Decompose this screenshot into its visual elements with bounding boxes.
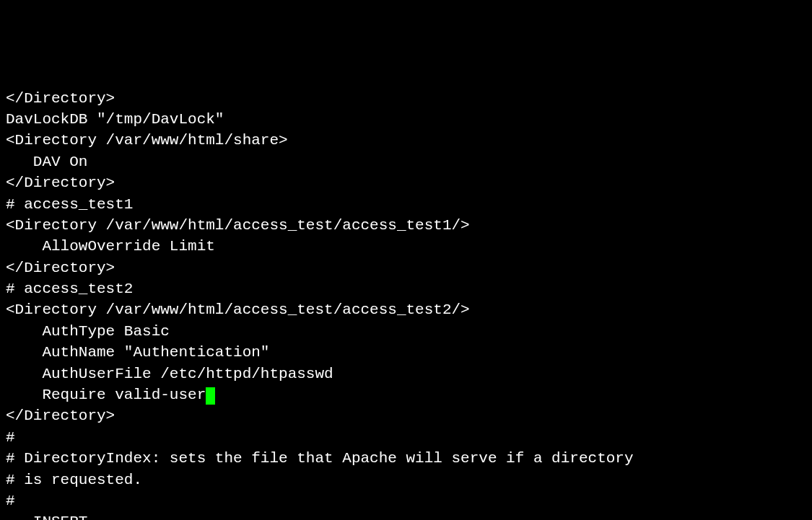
config-line: AuthName "Authentication" bbox=[6, 342, 806, 363]
config-line: </Directory> bbox=[6, 88, 806, 109]
config-line: DavLockDB "/tmp/DavLock" bbox=[6, 109, 806, 130]
config-line-cursor: Require valid-user bbox=[6, 384, 806, 405]
config-line: # bbox=[6, 427, 806, 448]
config-line: </Directory> bbox=[6, 257, 806, 278]
config-line: # DirectoryIndex: sets the file that Apa… bbox=[6, 448, 806, 469]
vim-status-line: -- INSERT -- bbox=[6, 511, 806, 520]
config-line: </Directory> bbox=[6, 172, 806, 193]
config-line: DAV On bbox=[6, 151, 806, 172]
config-line: # bbox=[6, 490, 806, 511]
config-line: </Directory> bbox=[6, 405, 806, 426]
config-line: AllowOverride Limit bbox=[6, 236, 806, 257]
terminal-editor[interactable]: </Directory>DavLockDB "/tmp/DavLock"<Dir… bbox=[6, 88, 806, 520]
config-line: AuthUserFile /etc/httpd/htpasswd bbox=[6, 363, 806, 384]
config-text: Require valid-user bbox=[6, 387, 206, 403]
config-line: <Directory /var/www/html/access_test/acc… bbox=[6, 215, 806, 236]
config-line: <Directory /var/www/html/share> bbox=[6, 130, 806, 151]
config-line: # access_test1 bbox=[6, 194, 806, 215]
config-line: AuthType Basic bbox=[6, 321, 806, 342]
config-line: # is requested. bbox=[6, 470, 806, 490]
config-line: # access_test2 bbox=[6, 278, 806, 299]
config-line: <Directory /var/www/html/access_test/acc… bbox=[6, 299, 806, 320]
cursor-icon bbox=[206, 387, 215, 405]
